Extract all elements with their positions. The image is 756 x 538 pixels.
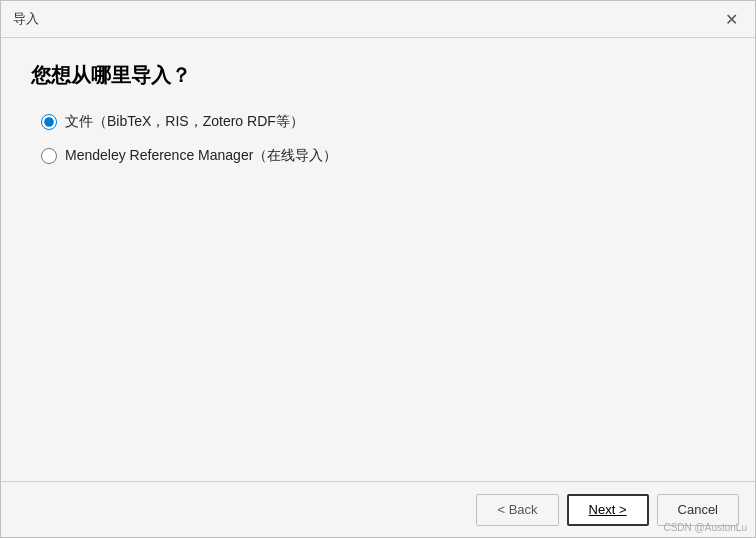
dialog-heading: 您想从哪里导入？ (31, 62, 725, 89)
cancel-button[interactable]: Cancel (657, 494, 739, 526)
import-dialog: 导入 ✕ 您想从哪里导入？ 文件（BibTeX，RIS，Zotero RDF等）… (0, 0, 756, 538)
option-mendeley-label[interactable]: Mendeley Reference Manager（在线导入） (41, 147, 725, 165)
option-mendeley-radio[interactable] (41, 148, 57, 164)
back-button[interactable]: < Back (476, 494, 558, 526)
title-bar: 导入 ✕ (1, 1, 755, 37)
options-area: 文件（BibTeX，RIS，Zotero RDF等） Mendeley Refe… (31, 113, 725, 165)
option-file-radio[interactable] (41, 114, 57, 130)
close-button[interactable]: ✕ (719, 7, 743, 31)
option-mendeley-text: Mendeley Reference Manager（在线导入） (65, 147, 337, 165)
dialog-title-bar-text: 导入 (13, 10, 39, 28)
watermark-text: CSDN @AustonLu (663, 522, 747, 533)
option-file-text: 文件（BibTeX，RIS，Zotero RDF等） (65, 113, 304, 131)
next-button[interactable]: Next > (567, 494, 649, 526)
option-file-label[interactable]: 文件（BibTeX，RIS，Zotero RDF等） (41, 113, 725, 131)
dialog-footer: < Back Next > Cancel (1, 481, 755, 537)
dialog-body: 您想从哪里导入？ 文件（BibTeX，RIS，Zotero RDF等） Mend… (1, 38, 755, 481)
